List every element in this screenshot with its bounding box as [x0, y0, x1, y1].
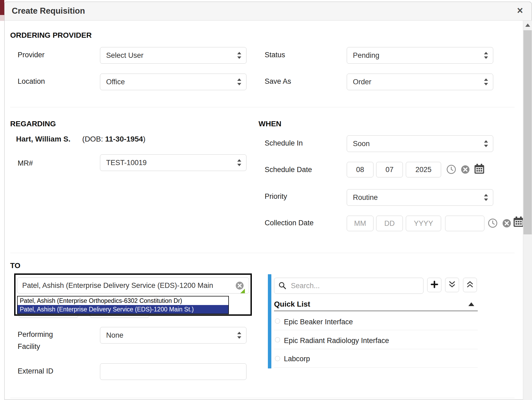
section-heading-to: TO [10, 261, 20, 270]
performing-facility-select[interactable]: None [100, 327, 246, 344]
location-label: Location [18, 77, 45, 86]
collapse-all-button[interactable] [463, 278, 477, 292]
chevron-double-down-icon [448, 280, 456, 289]
panel-accent-bar [268, 274, 271, 368]
recipient-suggestion[interactable]: Patel, Ashish (Enterprise Orthopedics-63… [18, 296, 228, 305]
collection-time-input[interactable] [445, 216, 484, 231]
schedule-in-select-value: Soon [353, 140, 370, 148]
recipient-suggestion-list: Patel, Ashish (Enterprise Orthopedics-63… [17, 296, 229, 314]
performing-facility-label: Performing Facility [18, 329, 71, 353]
section-heading-ordering-provider: ORDERING PROVIDER [10, 31, 92, 40]
save-as-select[interactable]: Order [347, 74, 493, 90]
select-arrows-icon [483, 193, 489, 202]
save-as-label: Save As [265, 77, 291, 86]
patient-name: Hart, William S. [16, 135, 71, 143]
recipient-suggestion-selected[interactable]: Patel, Ashish (Enterprise Delivery Servi… [18, 305, 228, 314]
external-id-label: External ID [18, 367, 53, 375]
scroll-up-icon [525, 24, 530, 27]
create-requisition-dialog: Create Requisition × ORDERING PROVIDER P… [0, 0, 532, 400]
clock-icon[interactable] [487, 218, 498, 228]
provider-select[interactable]: Select User [100, 47, 246, 64]
scroll-up-button[interactable] [523, 21, 532, 30]
quick-list-radio[interactable] [275, 356, 280, 361]
status-select[interactable]: Pending [347, 47, 493, 64]
mr-select[interactable]: TEST-10019 [100, 154, 246, 171]
select-arrows-icon [237, 78, 242, 86]
location-select-value: Office [106, 78, 125, 86]
select-arrows-icon [483, 51, 489, 60]
performing-facility-select-value: None [106, 331, 124, 340]
select-arrows-icon [237, 158, 242, 167]
directory-search-input[interactable] [274, 278, 423, 294]
location-select[interactable]: Office [100, 74, 246, 90]
mr-select-value: TEST-10019 [106, 159, 147, 167]
quick-list-radio[interactable] [275, 337, 280, 342]
add-recipient-button[interactable] [427, 278, 441, 292]
priority-label: Priority [265, 192, 287, 201]
calendar-icon[interactable] [474, 163, 485, 174]
select-arrows-icon [237, 51, 242, 60]
expand-all-button[interactable] [445, 278, 459, 292]
scrollbar[interactable] [523, 21, 532, 400]
list-divider [274, 349, 478, 349]
schedule-year-input[interactable] [406, 162, 441, 177]
priority-select[interactable]: Routine [347, 189, 493, 206]
quick-list-item[interactable]: Epic Radiant Radiology Interface [284, 337, 389, 345]
status-label: Status [265, 51, 285, 59]
select-arrows-icon [483, 78, 489, 86]
section-divider [10, 107, 515, 107]
priority-select-value: Routine [353, 193, 378, 202]
collection-date-label: Collection Date [265, 219, 314, 227]
schedule-day-input[interactable] [376, 162, 403, 177]
search-icon [278, 281, 286, 289]
section-heading-when: WHEN [259, 120, 282, 128]
section-divider [10, 253, 515, 253]
quick-list-item[interactable]: Epic Beaker Interface [284, 318, 353, 326]
section-heading-regarding: REGARDING [10, 120, 56, 128]
collection-month-input[interactable] [347, 216, 373, 231]
clock-icon[interactable] [446, 164, 457, 175]
patient-summary: Hart, William S.(DOB: 11-30-1954) [16, 135, 145, 143]
select-arrows-icon [483, 139, 489, 148]
schedule-in-label: Schedule In [265, 139, 303, 147]
resize-corner-icon [240, 289, 245, 293]
list-divider [274, 367, 478, 368]
mr-label: MR# [18, 159, 33, 167]
add-icon [431, 281, 438, 289]
save-as-select-value: Order [353, 78, 371, 86]
collapse-icon[interactable] [468, 302, 474, 306]
chevron-double-up-icon [466, 280, 474, 289]
quick-list-radio[interactable] [275, 318, 280, 324]
quick-list-item[interactable]: Labcorp [284, 355, 310, 363]
schedule-month-input[interactable] [347, 162, 373, 177]
collection-year-input[interactable] [406, 216, 441, 231]
status-select-value: Pending [353, 51, 379, 60]
recipient-search-input[interactable] [17, 277, 249, 294]
modal-title: Create Requisition [12, 6, 85, 16]
collection-day-input[interactable] [376, 216, 403, 231]
dob-label: (DOB: [82, 135, 105, 143]
close-icon[interactable]: × [514, 4, 526, 17]
clear-icon[interactable] [502, 218, 512, 228]
provider-label: Provider [18, 51, 45, 59]
schedule-date-label: Schedule Date [265, 166, 312, 174]
select-arrows-icon [237, 331, 242, 340]
dob-value: 11-30-1954 [105, 135, 143, 143]
quick-list-underline [274, 311, 478, 311]
list-divider [274, 330, 478, 330]
bottom-divider [10, 398, 515, 398]
dob-close: ) [143, 135, 145, 143]
scrollbar-thumb[interactable] [523, 30, 532, 234]
quick-list-heading: Quick List [274, 300, 310, 308]
clear-icon[interactable] [460, 165, 470, 174]
external-id-input[interactable] [100, 363, 246, 380]
background-app-remnant-light [0, 15, 4, 21]
provider-select-value: Select User [106, 51, 144, 60]
schedule-in-select[interactable]: Soon [347, 135, 493, 152]
background-app-remnant [0, 0, 4, 15]
